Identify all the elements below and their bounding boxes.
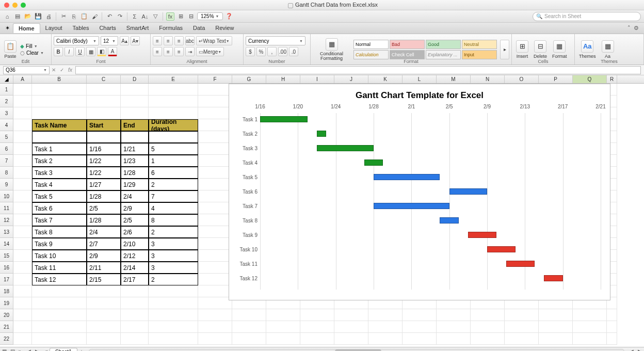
cell-F17[interactable] xyxy=(198,274,232,285)
cell-B4[interactable]: Task Name xyxy=(32,119,87,131)
cell-A2[interactable] xyxy=(13,95,32,107)
scroll-left-icon[interactable]: ◀ xyxy=(627,348,636,351)
row-header-13[interactable]: 13 xyxy=(0,226,13,238)
column-header-A[interactable]: A xyxy=(13,75,32,83)
align-left-button[interactable]: ≡ xyxy=(153,47,162,56)
cell-B9[interactable]: Task 4 xyxy=(32,179,87,190)
cell-C15[interactable]: 2/9 xyxy=(87,250,121,262)
cell-D10[interactable]: 2/4 xyxy=(121,190,149,202)
border-button[interactable]: ▦ xyxy=(86,47,95,56)
select-all-corner[interactable]: ◢ xyxy=(0,75,13,83)
cell-F2[interactable] xyxy=(198,95,232,107)
align-right-button[interactable]: ≡ xyxy=(174,47,184,56)
cell-B17[interactable]: Task 12 xyxy=(32,274,87,285)
cell-B3[interactable] xyxy=(32,107,87,119)
cell-C2[interactable] xyxy=(87,95,121,107)
minimize-window-button[interactable] xyxy=(12,3,18,8)
cell-P22[interactable] xyxy=(539,333,573,345)
cell-K20[interactable] xyxy=(368,309,403,321)
cell-K22[interactable] xyxy=(368,333,403,345)
paste-icon[interactable]: 📋 xyxy=(80,12,88,21)
row-header-5[interactable]: 5 xyxy=(0,131,13,143)
column-header-N[interactable]: N xyxy=(471,75,505,83)
cell-A20[interactable] xyxy=(13,309,32,321)
scroll-right-icon[interactable]: ▶ xyxy=(636,348,644,351)
cell-C17[interactable]: 2/15 xyxy=(87,274,121,285)
cell-E17[interactable]: 2 xyxy=(149,274,198,285)
save-icon[interactable]: 💾 xyxy=(34,12,42,21)
cell-A14[interactable] xyxy=(13,238,32,250)
fill-color-button[interactable]: ◧ xyxy=(97,47,106,56)
gantt-bar-task-7[interactable] xyxy=(374,203,449,209)
currency-button[interactable]: $ xyxy=(246,47,255,56)
tab-home[interactable]: Home xyxy=(13,23,40,33)
cell-N21[interactable] xyxy=(471,321,505,333)
cell-C4[interactable]: Start xyxy=(87,119,121,131)
cell-J21[interactable] xyxy=(334,321,368,333)
align-top-button[interactable]: ≡ xyxy=(153,36,162,45)
calc-icon[interactable]: ⊟ xyxy=(187,12,195,21)
cell-C3[interactable] xyxy=(87,107,121,119)
cell-A6[interactable] xyxy=(13,143,32,155)
undo-icon[interactable]: ↶ xyxy=(105,12,114,21)
column-header-M[interactable]: M xyxy=(437,75,471,83)
cell-B16[interactable]: Task 11 xyxy=(32,262,87,274)
cell-B1[interactable] xyxy=(32,84,87,95)
tab-data[interactable]: Data xyxy=(188,23,210,33)
row-header-14[interactable]: 14 xyxy=(0,238,13,250)
cell-F6[interactable] xyxy=(198,143,232,155)
cell-D7[interactable]: 1/23 xyxy=(121,155,149,167)
cell-B15[interactable]: Task 10 xyxy=(32,250,87,262)
cell-F1[interactable] xyxy=(198,84,232,95)
formula-input[interactable] xyxy=(75,66,641,74)
cell-E21[interactable] xyxy=(149,321,198,333)
view-grid-icon[interactable]: ▦ xyxy=(0,348,8,351)
themes-button[interactable]: AaThemes xyxy=(577,39,598,60)
cell-A9[interactable] xyxy=(13,179,32,190)
row-header-1[interactable]: 1 xyxy=(0,84,13,95)
tab-expand-icon[interactable]: ✶ xyxy=(5,25,10,31)
cell-D13[interactable]: 2/6 xyxy=(121,226,149,238)
cell-C12[interactable]: 1/28 xyxy=(87,214,121,226)
gantt-bar-task-6[interactable] xyxy=(449,188,487,195)
fill-button[interactable]: ◆Fill▼ xyxy=(20,43,44,49)
cell-F16[interactable] xyxy=(198,262,232,274)
cell-Q21[interactable] xyxy=(573,321,607,333)
cell-M21[interactable] xyxy=(437,321,471,333)
sheet-nav-prev[interactable]: ◀ xyxy=(25,348,33,351)
align-center-button[interactable]: ≡ xyxy=(164,47,173,56)
column-header-B[interactable]: B xyxy=(32,75,87,83)
cell-J20[interactable] xyxy=(334,309,368,321)
row-header-16[interactable]: 16 xyxy=(0,262,13,274)
column-header-L[interactable]: L xyxy=(403,75,437,83)
cell-G20[interactable] xyxy=(232,309,266,321)
view-page-icon[interactable]: ▤ xyxy=(8,348,17,351)
column-header-H[interactable]: H xyxy=(266,75,300,83)
cell-Q20[interactable] xyxy=(573,309,607,321)
cut-icon[interactable]: ✂ xyxy=(59,12,68,21)
row-header-2[interactable]: 2 xyxy=(0,95,13,107)
cell-C8[interactable]: 1/22 xyxy=(87,167,121,179)
cell-O20[interactable] xyxy=(505,309,539,321)
font-color-button[interactable]: A xyxy=(108,47,117,56)
row-header-9[interactable]: 9 xyxy=(0,179,13,190)
cell-K21[interactable] xyxy=(368,321,403,333)
cell-style-normal[interactable]: Normal xyxy=(353,40,389,49)
percent-button[interactable]: % xyxy=(256,47,266,56)
row-header-7[interactable]: 7 xyxy=(0,155,13,167)
cell-E19[interactable] xyxy=(149,297,198,309)
gantt-bar-task-9[interactable] xyxy=(468,232,496,238)
cell-A19[interactable] xyxy=(13,297,32,309)
cell-C1[interactable] xyxy=(87,84,121,95)
italic-button[interactable]: I xyxy=(65,47,74,56)
cell-F5[interactable] xyxy=(198,131,232,143)
column-header-K[interactable]: K xyxy=(368,75,403,83)
autosum-icon[interactable]: Σ xyxy=(131,12,139,21)
row-header-15[interactable]: 15 xyxy=(0,250,13,262)
cell-F19[interactable] xyxy=(198,297,232,309)
cell-D16[interactable]: 2/14 xyxy=(121,262,149,274)
gantt-bar-task-12[interactable] xyxy=(544,275,563,281)
cell-style-calculation[interactable]: Calculation xyxy=(353,50,389,59)
cell-C11[interactable]: 2/5 xyxy=(87,202,121,214)
cell-N22[interactable] xyxy=(471,333,505,345)
